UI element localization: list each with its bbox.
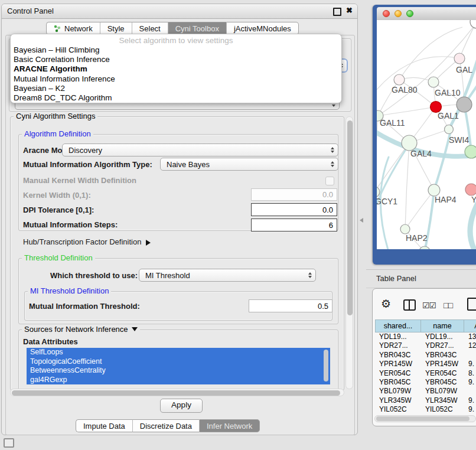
manual-kernel-checkbox[interactable] <box>325 177 334 185</box>
tab-infer-network[interactable]: Infer Network <box>199 419 260 432</box>
network-edge[interactable] <box>434 133 450 190</box>
table-row[interactable]: YPR145WYPR145W9. <box>375 360 476 369</box>
network-node[interactable] <box>457 97 472 112</box>
table-row[interactable]: YER054CYER054C8. <box>375 369 476 378</box>
network-edge[interactable] <box>377 116 378 192</box>
table-cell: YBR043C <box>375 351 421 360</box>
attribute-item-gal4rgexp[interactable]: gal4RGexp <box>27 376 330 385</box>
table-cell: YDR27... <box>421 341 464 350</box>
network-node-gal[interactable] <box>454 53 465 64</box>
tab-label: Cyni Toolbox <box>175 24 219 33</box>
network-node-hap2[interactable] <box>400 224 410 234</box>
table-row[interactable]: YLR345WYLR345W9. <box>375 396 476 405</box>
table-row[interactable]: YBL079WYBL079W <box>375 387 476 396</box>
float-panel-icon[interactable] <box>333 8 341 16</box>
which-threshold-label: Which threshold to use: <box>50 271 138 280</box>
gear-icon[interactable]: ⚙ <box>381 297 391 311</box>
close-panel-icon[interactable]: ✖ <box>346 6 353 15</box>
algorithm-option-basic-correlation-inference[interactable]: Basic Correlation Inference <box>11 55 341 64</box>
table-cell: 13 <box>464 332 476 341</box>
minimized-panel-icon[interactable] <box>4 438 14 448</box>
node-label: GAL <box>456 65 472 74</box>
which-threshold-combo[interactable]: MI Threshold <box>139 269 316 282</box>
panel-title: Control Panel <box>7 6 54 15</box>
splitter-handle[interactable] <box>357 218 363 223</box>
algorithm-option-bayesian-hill-climbing[interactable]: Bayesian – Hill Climbing <box>11 45 341 55</box>
table-cell: 9. <box>464 360 476 369</box>
table-row[interactable]: YDL19...YDL19...13 <box>375 332 476 341</box>
node-label: GAL1 <box>438 111 459 120</box>
node-label: SWI4 <box>449 135 469 145</box>
select-all-icon[interactable]: ☑☑ <box>422 301 436 310</box>
network-view-window: GALGAL80GAL10GAL1GAL11SWI4GAL4GCY1HAP4YH… <box>373 5 476 265</box>
mi-steps-field[interactable]: 6 <box>251 219 337 231</box>
attribute-item-selfloops[interactable]: SelfLoops <box>27 348 330 357</box>
network-node[interactable] <box>470 20 476 28</box>
network-edge[interactable] <box>399 27 462 80</box>
column-header-shared-[interactable]: shared... <box>375 319 421 332</box>
document-icon[interactable] <box>467 298 476 311</box>
zoom-traffic-light[interactable] <box>406 10 413 17</box>
network-node-gal80[interactable] <box>394 74 405 85</box>
tab-label: Style <box>107 24 125 33</box>
column-header-name[interactable]: name <box>421 319 464 332</box>
kernel-width-field[interactable]: 0.0 <box>251 188 337 201</box>
columns-icon[interactable] <box>403 299 416 311</box>
table-row[interactable]: YDR27...YDR27...12 <box>375 341 476 350</box>
list-scrollbar[interactable] <box>324 350 328 381</box>
tab-label: jActiveMNodules <box>234 24 291 33</box>
table-cell: YDL19... <box>375 332 421 341</box>
network-edge[interactable] <box>405 143 409 229</box>
table-header-row: shared...nameA <box>375 319 476 332</box>
sources-group-title[interactable]: Sources for Network Inference <box>22 325 140 334</box>
tab-jactivemnodules[interactable]: jActiveMNodules <box>226 22 299 35</box>
apply-button[interactable]: Apply <box>160 399 203 413</box>
combo-arrows-icon <box>331 159 334 169</box>
node-label: GAL4 <box>410 149 432 158</box>
mi-type-combo[interactable]: Naive Bayes <box>160 158 338 171</box>
aracne-mode-combo[interactable]: Discovery <box>62 144 338 156</box>
table-cell: YBR043C <box>421 351 464 360</box>
table-row[interactable]: YIL052CYIL052C9. <box>375 405 476 414</box>
algorithm-option-mutual-information-inference[interactable]: Mutual Information Inference <box>11 74 341 84</box>
hub-definition-disclosure[interactable]: Hub/Transcription Factor Definition <box>23 237 154 246</box>
tab-select[interactable]: Select <box>132 22 168 35</box>
tab-network[interactable]: Network <box>46 22 100 35</box>
table-cell: YPR145W <box>375 360 421 369</box>
network-edge[interactable] <box>378 107 436 116</box>
settings-vertical-scrollbar[interactable] <box>345 116 353 389</box>
network-node-swi4[interactable] <box>445 125 454 134</box>
node-table: shared...nameA YDL19...YDL19...13YDR27..… <box>375 319 476 414</box>
column-header-a[interactable]: A <box>464 319 476 332</box>
table-body: YDL19...YDL19...13YDR27...YDR27...12YBR0… <box>375 332 476 414</box>
tab-cyni-toolbox[interactable]: Cyni Toolbox <box>168 22 226 35</box>
table-cell: YBR045C <box>375 378 421 387</box>
dpi-tolerance-field[interactable]: 0.0 <box>251 203 337 216</box>
table-row[interactable]: YBR043CYBR043C <box>375 351 476 360</box>
table-row[interactable]: YBR045CYBR045C9. <box>375 378 476 387</box>
attribute-item-topologicalcoefficient[interactable]: TopologicalCoefficient <box>27 357 330 367</box>
minimize-traffic-light[interactable] <box>395 10 402 17</box>
attribute-item-betweennesscentrality[interactable]: BetweennessCentrality <box>27 366 330 376</box>
algorithm-option-aracne-algorithm[interactable]: ARACNE Algorithm <box>11 64 341 74</box>
node-label: GAL11 <box>380 118 405 128</box>
settings-horizontal-scrollbar[interactable] <box>10 389 344 396</box>
tab-discretize-data[interactable]: Discretize Data <box>132 419 199 432</box>
network-node-gal10[interactable] <box>428 77 439 87</box>
mi-threshold-field[interactable]: 0.5 <box>249 299 332 312</box>
tab-impute-data[interactable]: Impute Data <box>76 419 132 432</box>
network-node-y[interactable] <box>465 184 476 195</box>
network-canvas[interactable]: GALGAL80GAL10GAL1GAL11SWI4GAL4GCY1HAP4YH… <box>377 20 476 249</box>
table-horizontal-scrollbar[interactable] <box>374 415 476 422</box>
algorithm-option-dream8-dc-tdc-algorithm[interactable]: Dream8 DC_TDC Algorithm <box>11 93 341 103</box>
network-node[interactable] <box>419 246 430 249</box>
tab-style[interactable]: Style <box>100 22 132 35</box>
close-traffic-light[interactable] <box>383 10 390 17</box>
network-node[interactable] <box>465 145 476 158</box>
algorithm-option-bayesian-k2[interactable]: Bayesian – K2 <box>11 84 341 93</box>
network-node-hap4[interactable] <box>428 184 440 196</box>
deselect-all-icon[interactable]: □□ <box>444 301 452 310</box>
network-edge[interactable] <box>377 57 459 91</box>
network-window-titlebar[interactable] <box>377 7 476 21</box>
disclosure-down-icon <box>132 327 138 334</box>
